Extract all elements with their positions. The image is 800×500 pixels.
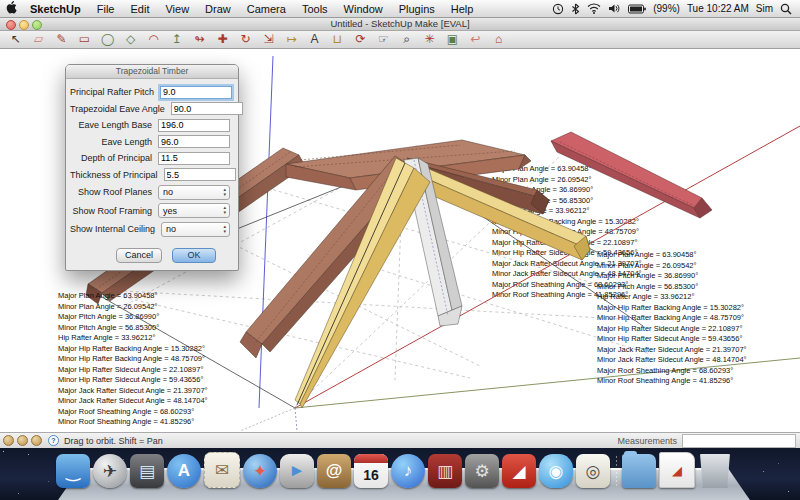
dock-contacts[interactable]: @: [317, 454, 351, 488]
dock-messages[interactable]: ◉: [539, 454, 573, 488]
tool-icon: ◇: [126, 31, 135, 47]
dimension-tool[interactable]: A: [303, 31, 326, 47]
dock-icon-glyph: ✉: [215, 460, 229, 481]
dock-photo-booth[interactable]: ▥: [428, 454, 462, 488]
menu-file[interactable]: File: [89, 3, 123, 15]
orbit-tool[interactable]: ⟳: [349, 31, 372, 47]
dock-iphoto[interactable]: ◎: [576, 454, 610, 488]
menu-app-title[interactable]: SketchUp: [22, 3, 89, 15]
volume-icon[interactable]: [608, 3, 621, 14]
status-coin-icon-1[interactable]: [3, 435, 14, 446]
polygon-tool[interactable]: ◇: [119, 31, 142, 47]
angle-readout-line: Major Plan Angle = 63.90458°: [492, 164, 642, 175]
dock-finder[interactable]: ‿: [56, 454, 90, 488]
status-bar: ? Drag to orbit. Shift = Pan Measurement…: [0, 432, 800, 448]
angle-readout-line: Hip Rafter Angle = 33.96212°: [492, 206, 642, 217]
principal-rafter-pitch-field[interactable]: [160, 86, 232, 99]
dock-trash[interactable]: [698, 454, 732, 488]
menu-draw[interactable]: Draw: [197, 3, 239, 15]
bluetooth-icon[interactable]: [571, 3, 580, 15]
tool-icon: ⇲: [263, 31, 273, 47]
dock-icon-glyph: @: [326, 461, 343, 481]
angle-readout-line: Major Roof Sheathing Angle = 68.60293°: [597, 366, 747, 377]
paint-bucket-tool[interactable]: ⊔: [326, 31, 349, 47]
select-tool[interactable]: ↖: [4, 31, 27, 47]
zoom-tool[interactable]: ⌕: [395, 31, 418, 47]
eave-length-base-field[interactable]: [158, 119, 230, 132]
tool-icon: ⌂: [495, 31, 502, 47]
menu-edit[interactable]: Edit: [122, 3, 157, 15]
dock-mission-control[interactable]: ▤: [130, 454, 164, 488]
tool-icon: ◠: [148, 31, 158, 47]
help-icon[interactable]: ?: [48, 435, 59, 446]
menu-help[interactable]: Help: [443, 3, 482, 15]
tool-icon: ⌕: [403, 31, 410, 47]
dock-icon-glyph: ▤: [139, 461, 155, 482]
pan-tool[interactable]: ☞: [372, 31, 395, 47]
menu-clock[interactable]: Tue 10:22 AM: [687, 3, 749, 14]
dock-mail[interactable]: ✉: [204, 452, 240, 488]
dock-downloads-folder[interactable]: [622, 454, 656, 488]
zoom-window-tool[interactable]: ▣: [441, 31, 464, 47]
angle-readout-line: Minor Roof Sheathing Angle = 41.85296°: [597, 376, 747, 387]
eave-length-field[interactable]: [158, 135, 230, 148]
show-roof-planes-select[interactable]: no: [158, 185, 230, 200]
spotlight-icon[interactable]: [780, 3, 792, 15]
dock-skp-document[interactable]: ◢: [659, 452, 695, 488]
menu-window[interactable]: Window: [336, 3, 391, 15]
menu-user[interactable]: Sim: [756, 3, 773, 14]
dock-itunes[interactable]: ♪: [391, 454, 425, 488]
measurements-input[interactable]: [682, 434, 796, 448]
dock-icon-glyph: 16: [363, 467, 379, 483]
arc-tool[interactable]: ◠: [142, 31, 165, 47]
circle-tool[interactable]: ◯: [96, 31, 119, 47]
depth-of-principal-field[interactable]: [158, 152, 230, 165]
rectangle-tool[interactable]: ▭: [73, 31, 96, 47]
push-pull-tool[interactable]: ↥: [165, 31, 188, 47]
show-internal-ceiling-select[interactable]: no: [161, 222, 230, 237]
dock-app-store[interactable]: A: [167, 454, 201, 488]
dock-icon-glyph: ►: [289, 461, 306, 481]
previous-view-tool[interactable]: ↩: [464, 31, 487, 47]
angle-readout-line: Major Hip Rafter Sidecut Angle = 22.1089…: [597, 324, 747, 335]
tape-measure-tool[interactable]: ↦: [280, 31, 303, 47]
menu-view[interactable]: View: [157, 3, 197, 15]
scale-tool[interactable]: ⇲: [257, 31, 280, 47]
time-machine-icon[interactable]: [552, 3, 564, 15]
dialog-field-row: Thickness of Principal: [70, 167, 230, 184]
menu-tools[interactable]: Tools: [294, 3, 336, 15]
angle-readout-line: Major Jack Rafter Sidecut Angle = 21.397…: [58, 386, 208, 397]
desktop: ‿ ✈ ▤ A ✉ ✦ ►: [0, 447, 800, 500]
angle-readout-line: Minor Jack Rafter Sidecut Angle = 48.147…: [58, 396, 208, 407]
dock-system-preferences[interactable]: ⚙: [465, 454, 499, 488]
angle-readout-left: Major Plan Angle = 63.90458°Minor Plan A…: [58, 291, 208, 428]
trapezoidal-eave-angle-field[interactable]: [171, 102, 243, 115]
dock-calendar[interactable]: 16: [354, 454, 388, 488]
status-coin-icon-2[interactable]: [17, 435, 28, 446]
menu-camera[interactable]: Camera: [239, 3, 294, 15]
dock-launchpad[interactable]: ✈: [93, 454, 127, 488]
dialog-field-row: Principal Rafter Pitch: [70, 84, 230, 101]
wifi-icon[interactable]: [587, 3, 601, 14]
cancel-button[interactable]: Cancel: [116, 248, 162, 263]
battery-icon[interactable]: [628, 4, 646, 14]
get-models-tool[interactable]: ⌂: [487, 31, 510, 47]
thickness-of-principal-field[interactable]: [164, 168, 236, 181]
line-tool[interactable]: ✎: [50, 31, 73, 47]
dock-safari[interactable]: ✦: [243, 454, 277, 488]
ok-button[interactable]: OK: [172, 248, 216, 263]
dock-icon-glyph: ▥: [437, 461, 453, 482]
angle-readout-line: Minor Plan Angle = 26.09542°: [58, 302, 208, 313]
dock-facetime[interactable]: ►: [280, 454, 314, 488]
menu-plugins[interactable]: Plugins: [391, 3, 443, 15]
move-tool[interactable]: ✚: [211, 31, 234, 47]
dialog-field-label: Eave Length: [70, 137, 152, 147]
eraser-tool[interactable]: ▱: [27, 31, 50, 47]
status-coin-icon-3[interactable]: [31, 435, 42, 446]
apple-menu[interactable]: [0, 1, 22, 16]
show-roof-framing-select[interactable]: yes: [158, 203, 230, 218]
dock-sketchup[interactable]: ◢: [502, 454, 536, 488]
rotate-tool[interactable]: ↻: [234, 31, 257, 47]
zoom-extents-tool[interactable]: ✳: [418, 31, 441, 47]
follow-me-tool[interactable]: ↬: [188, 31, 211, 47]
